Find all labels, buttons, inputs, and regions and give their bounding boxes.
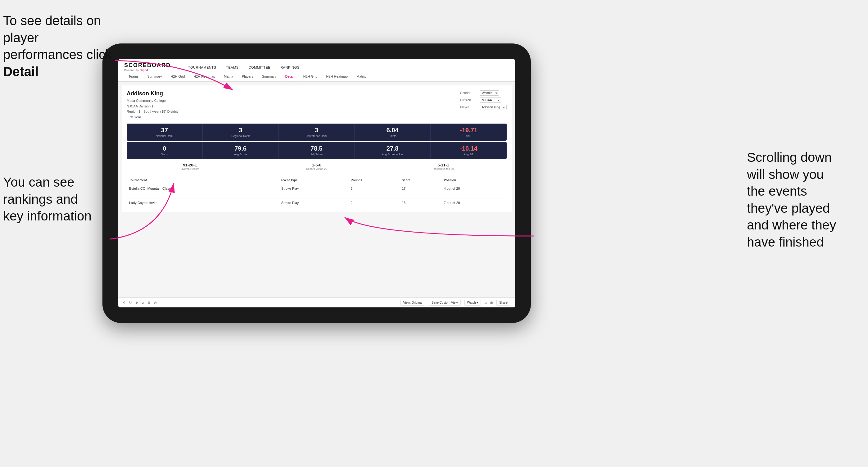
player-select[interactable]: Addison King bbox=[479, 105, 507, 110]
subnav-matrix2[interactable]: Matrix bbox=[352, 72, 370, 81]
stat-cell: 3Regional Rank bbox=[203, 124, 279, 141]
player-detail: Addison King Mesa Community College NJCA… bbox=[122, 85, 512, 212]
cell-event-type bbox=[279, 193, 348, 198]
col-event-type: Event Type bbox=[279, 177, 348, 184]
logo-powered: Powered by clippd bbox=[124, 69, 171, 72]
stats-grid-row1: 37National Rank3Regional Rank3Conference… bbox=[127, 124, 507, 141]
subnav-h2h-heatmap2[interactable]: H2H Heatmap bbox=[322, 72, 352, 81]
tablet-screen: SCOREBOARD Powered by clippd TOURNAMENTS… bbox=[118, 59, 515, 307]
col-position: Position bbox=[441, 177, 507, 184]
toolbar-icon6: ⊞ bbox=[490, 301, 493, 304]
stat-cell: 0Wins bbox=[127, 142, 203, 159]
player-info: Addison King Mesa Community College NJCA… bbox=[127, 90, 178, 120]
player-filter-row: Player Addison King bbox=[460, 105, 507, 110]
division-select[interactable]: NJCAA I NJCAA II bbox=[479, 97, 501, 103]
nav-tournaments[interactable]: TOURNAMENTS bbox=[183, 63, 221, 72]
toolbar-icon3[interactable]: ⊟ bbox=[148, 301, 150, 304]
logo-scoreboard: SCOREBOARD bbox=[124, 62, 171, 69]
col-score: Score bbox=[399, 177, 441, 184]
cell-event-type: Stroke Play bbox=[279, 184, 348, 193]
gender-select[interactable]: Women Men bbox=[479, 90, 499, 96]
stat-cell: 27.8Avg Score to Par bbox=[354, 142, 431, 159]
table-row: Estella CC- Mountain Classic Stroke Play… bbox=[127, 184, 507, 193]
cell-score: 16 bbox=[399, 198, 441, 208]
cell-tournament: Lady Coyote Invite bbox=[127, 198, 279, 208]
annotation-bottom-left: You can see rankings and key information bbox=[3, 174, 108, 225]
share-btn[interactable]: Share bbox=[496, 300, 510, 306]
player-division: NJCAA Division 1 bbox=[127, 104, 178, 109]
nav-committee[interactable]: COMMITTEE bbox=[244, 63, 276, 72]
record-item: 91-20-1Overall Record bbox=[127, 163, 253, 170]
cell-tournament bbox=[127, 193, 279, 198]
player-filter-label: Player bbox=[460, 105, 477, 109]
nav-rankings[interactable]: RANKINGS bbox=[275, 63, 304, 72]
stat-cell: 3Conference Rank bbox=[279, 124, 355, 141]
top-nav: SCOREBOARD Powered by clippd TOURNAMENTS… bbox=[118, 59, 515, 72]
stat-cell: 78.5Adj Score bbox=[279, 142, 355, 159]
logo-area: SCOREBOARD Powered by clippd bbox=[124, 62, 171, 72]
cell-position: 7 out of 20 bbox=[441, 198, 507, 208]
player-filters: Gender Women Men Division NJCAA I NJCAA … bbox=[460, 90, 507, 120]
cell-tournament: Estella CC- Mountain Classic bbox=[127, 184, 279, 193]
annotation-right: Scrolling down will show you the events … bbox=[747, 149, 865, 251]
player-header: Addison King Mesa Community College NJCA… bbox=[127, 90, 507, 120]
subnav-h2h-grid[interactable]: H2H Grid bbox=[166, 72, 189, 81]
stat-cell: -19.71SoS bbox=[431, 124, 507, 141]
cell-position: 4 out of 20 bbox=[441, 184, 507, 193]
toolbar-icon5: □ bbox=[485, 301, 487, 304]
record-item: 5-11-1Record vs top 50 bbox=[380, 163, 507, 170]
cell-score: 17 bbox=[399, 184, 441, 193]
stat-cell: 37National Rank bbox=[127, 124, 203, 141]
cell-score bbox=[399, 193, 441, 198]
stats-grid-row2: 0Wins79.6Avg Score78.5Adj Score27.8Avg S… bbox=[127, 142, 507, 159]
subnav-h2h-grid2[interactable]: H2H Grid bbox=[299, 72, 322, 81]
col-rounds: Rounds bbox=[348, 177, 400, 184]
view-original-btn[interactable]: View: Original bbox=[400, 300, 425, 306]
save-custom-btn[interactable]: Save Custom View bbox=[429, 300, 460, 306]
table-row: Lady Coyote Invite Stroke Play 2 16 7 ou… bbox=[127, 198, 507, 208]
cell-rounds: 2 bbox=[348, 198, 400, 208]
cell-rounds: 2 bbox=[348, 184, 400, 193]
stat-cell: 79.6Avg Score bbox=[203, 142, 279, 159]
cell-event-type: Stroke Play bbox=[279, 198, 348, 208]
annotation-top-left: To see details on player performances cl… bbox=[3, 12, 121, 80]
subnav-matrix[interactable]: Matrix bbox=[219, 72, 238, 81]
cell-position bbox=[441, 193, 507, 198]
undo-icon[interactable]: ↺ bbox=[123, 301, 125, 304]
subnav-teams[interactable]: Teams bbox=[124, 72, 143, 81]
sub-nav: Teams Summary H2H Grid H2H Heatmap Matri… bbox=[118, 72, 515, 82]
toolbar-icon1[interactable]: ⊕ bbox=[135, 301, 138, 304]
bottom-toolbar: ↺ ↻ ⊕ ⊙ ⊟ ◎ View: Original Save Custom V… bbox=[118, 298, 515, 307]
record-item: 1-5-0Record vs top 25 bbox=[253, 163, 380, 170]
subnav-detail[interactable]: Detail bbox=[281, 72, 299, 81]
player-college: Mesa Community College bbox=[127, 98, 178, 104]
redo-icon[interactable]: ↻ bbox=[129, 301, 132, 304]
player-name: Addison King bbox=[127, 90, 178, 97]
nav-items: TOURNAMENTS TEAMS COMMITTEE RANKINGS bbox=[183, 63, 305, 72]
nav-teams[interactable]: TEAMS bbox=[221, 63, 243, 72]
subnav-summary2[interactable]: Summary bbox=[258, 72, 281, 81]
subnav-players[interactable]: Players bbox=[238, 72, 258, 81]
player-year: First Year bbox=[127, 115, 178, 120]
tournament-table: Tournament Event Type Rounds Score Posit… bbox=[127, 177, 507, 207]
subnav-h2h-heatmap[interactable]: H2H Heatmap bbox=[189, 72, 219, 81]
stat-cell: -10.14Avg SG bbox=[431, 142, 507, 159]
subnav-summary[interactable]: Summary bbox=[143, 72, 166, 81]
division-label: Division bbox=[460, 98, 477, 102]
content-area: Addison King Mesa Community College NJCA… bbox=[118, 82, 515, 298]
stat-cell: 6.04Points bbox=[354, 124, 431, 141]
gender-label: Gender bbox=[460, 91, 477, 95]
toolbar-icon2[interactable]: ⊙ bbox=[142, 301, 144, 304]
tablet-frame: SCOREBOARD Powered by clippd TOURNAMENTS… bbox=[102, 43, 531, 323]
col-tournament: Tournament bbox=[127, 177, 279, 184]
toolbar-icon4[interactable]: ◎ bbox=[154, 301, 157, 304]
watch-btn[interactable]: Watch ▾ bbox=[464, 300, 481, 306]
division-filter-row: Division NJCAA I NJCAA II bbox=[460, 97, 507, 103]
records-row: 91-20-1Overall Record1-5-0Record vs top … bbox=[127, 160, 507, 173]
cell-rounds bbox=[348, 193, 400, 198]
player-region: Region 1 - Southwest (18) District bbox=[127, 109, 178, 115]
gender-filter-row: Gender Women Men bbox=[460, 90, 507, 96]
table-row bbox=[127, 193, 507, 198]
